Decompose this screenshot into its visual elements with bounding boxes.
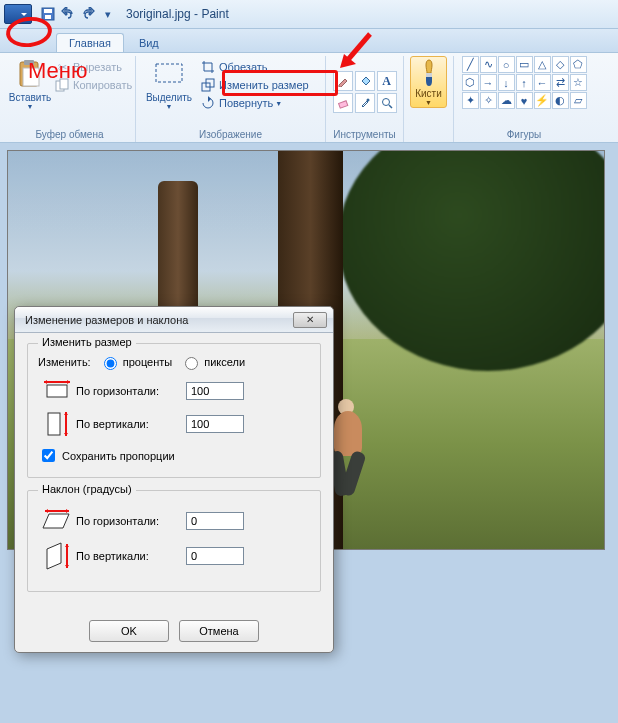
group-shapes-label: Фигуры	[460, 128, 588, 142]
resize-fieldset: Изменить размер Изменить: проценты пиксе…	[27, 343, 321, 478]
crop-icon	[200, 59, 216, 75]
copy-button[interactable]: Копировать	[54, 76, 132, 94]
scissors-icon: ✂	[54, 59, 70, 75]
pencil-tool[interactable]	[333, 71, 353, 91]
group-image-label: Изображение	[142, 128, 319, 142]
dialog-titlebar[interactable]: Изменение размеров и наклона ✕	[15, 307, 333, 333]
group-shapes: ╱∿○▭△◇⬠ ⬡→↓↑←⇄☆ ✦✧☁♥⚡◐▱ Фигуры	[454, 56, 594, 142]
brush-icon	[416, 58, 442, 88]
resize-button[interactable]: Изменить размер	[200, 76, 309, 94]
redo-icon[interactable]	[79, 5, 97, 23]
svg-rect-11	[338, 101, 347, 108]
svg-line-14	[389, 105, 392, 108]
svg-rect-5	[23, 68, 39, 86]
ribbon: Вставить ▼ ✂ Вырезать Копировать Буфер о…	[0, 53, 618, 143]
svg-rect-8	[156, 64, 182, 82]
rotate-icon	[200, 95, 216, 111]
resize-vertical-label: По вертикали:	[76, 418, 186, 430]
ribbon-tabs: Главная Вид	[0, 29, 618, 53]
undo-icon[interactable]	[59, 5, 77, 23]
dialog-title: Изменение размеров и наклона	[25, 314, 188, 326]
group-clipboard: Вставить ▼ ✂ Вырезать Копировать Буфер о…	[4, 56, 136, 142]
eraser-tool[interactable]	[333, 93, 353, 113]
svg-rect-1	[44, 9, 52, 13]
tab-view[interactable]: Вид	[126, 33, 172, 52]
svg-rect-16	[47, 385, 67, 397]
paste-button[interactable]: Вставить ▼	[10, 56, 50, 110]
rotate-button[interactable]: Повернуть ▼	[200, 94, 309, 112]
text-tool[interactable]: A	[377, 71, 397, 91]
radio-percent[interactable]: проценты	[99, 354, 173, 370]
copy-icon	[54, 77, 70, 93]
radio-pixels[interactable]: пиксели	[180, 354, 245, 370]
resize-dialog: Изменение размеров и наклона ✕ Изменить …	[14, 306, 334, 653]
svg-rect-15	[426, 73, 432, 77]
skew-vertical-icon	[38, 541, 76, 571]
select-button[interactable]: Выделить ▼	[142, 56, 196, 110]
resize-by-label: Изменить:	[38, 356, 91, 368]
group-tools-label: Инструменты	[332, 128, 397, 142]
save-icon[interactable]	[39, 5, 57, 23]
group-image: Выделить ▼ Обрезать Изменить размер	[136, 56, 326, 142]
brushes-button[interactable]: Кисти ▼	[410, 56, 447, 108]
resize-vertical-icon	[38, 410, 76, 438]
tab-home[interactable]: Главная	[56, 33, 124, 52]
picker-tool[interactable]	[355, 93, 375, 113]
fill-tool[interactable]	[355, 71, 375, 91]
keep-aspect-label: Сохранить пропорции	[62, 450, 175, 462]
resize-vertical-input[interactable]	[186, 415, 244, 433]
resize-icon	[200, 77, 216, 93]
svg-rect-4	[24, 60, 34, 65]
resize-horizontal-icon	[38, 380, 76, 402]
cut-button[interactable]: ✂ Вырезать	[54, 58, 132, 76]
cancel-button[interactable]: Отмена	[179, 620, 259, 642]
window-title: 3original.jpg - Paint	[126, 7, 229, 21]
clipboard-icon	[14, 58, 46, 90]
titlebar: ▾ 3original.jpg - Paint	[0, 0, 618, 29]
keep-aspect-checkbox[interactable]	[42, 449, 55, 462]
resize-legend: Изменить размер	[38, 336, 136, 348]
svg-point-13	[382, 99, 389, 106]
shapes-gallery[interactable]: ╱∿○▭△◇⬠ ⬡→↓↑←⇄☆ ✦✧☁♥⚡◐▱	[462, 56, 587, 109]
svg-rect-7	[60, 79, 68, 89]
ok-button[interactable]: OK	[89, 620, 169, 642]
skew-horizontal-icon	[38, 509, 76, 533]
svg-rect-18	[48, 413, 60, 435]
app-menu-button[interactable]	[4, 4, 32, 24]
skew-vertical-input[interactable]	[186, 547, 244, 565]
svg-point-12	[366, 99, 369, 102]
group-tools: A Инструменты	[326, 56, 404, 142]
close-icon: ✕	[306, 314, 314, 325]
select-icon	[153, 58, 185, 90]
skew-fieldset: Наклон (градусы) По горизонтали: По верт…	[27, 490, 321, 592]
skew-horizontal-input[interactable]	[186, 512, 244, 530]
group-brushes: Кисти ▼	[404, 56, 454, 142]
skew-horizontal-label: По горизонтали:	[76, 515, 186, 527]
resize-horizontal-label: По горизонтали:	[76, 385, 186, 397]
skew-legend: Наклон (градусы)	[38, 483, 136, 495]
svg-rect-2	[45, 15, 51, 19]
crop-button[interactable]: Обрезать	[200, 58, 309, 76]
skew-vertical-label: По вертикали:	[76, 550, 186, 562]
magnifier-tool[interactable]	[377, 93, 397, 113]
qat-customize-icon[interactable]: ▾	[99, 5, 117, 23]
resize-horizontal-input[interactable]	[186, 382, 244, 400]
dialog-close-button[interactable]: ✕	[293, 312, 327, 328]
group-clipboard-label: Буфер обмена	[10, 128, 129, 142]
